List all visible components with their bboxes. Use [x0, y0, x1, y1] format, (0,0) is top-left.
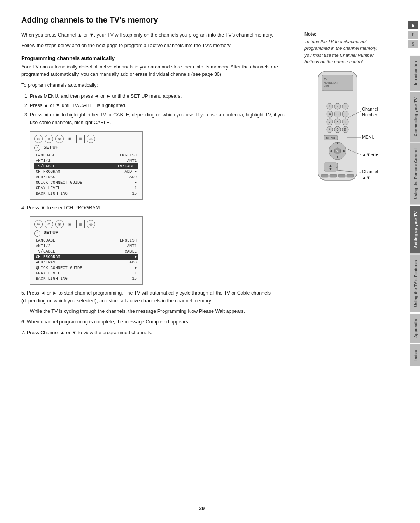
step-1: Press MENU, and then press ◄ or ► until …: [30, 92, 293, 100]
menu-screenshot-1: ⊕ ⊗ ◉ ▣ ▦ ◎ ⌂ SET UP LANGUAGE ENGLISH: [30, 131, 143, 200]
remote-illustration: TV MOBILE/SAT VCR 1 2 3 4: [304, 69, 380, 203]
section1-title: Programming channels automatically: [21, 55, 293, 61]
menu1-row-1-right: ANT1: [127, 158, 137, 163]
menu-icons-row-2: ⊕ ⊗ ◉ ▣ ▦ ◎: [34, 220, 138, 228]
tab-features[interactable]: Using the TV's Features: [410, 254, 420, 312]
svg-text:►: ►: [343, 149, 346, 153]
svg-text:TV: TV: [324, 78, 327, 81]
svg-rect-43: [330, 174, 337, 177]
svg-text:1: 1: [329, 104, 331, 108]
step-6: 6. When channel programming is complete,…: [21, 318, 293, 326]
indicator-s: S: [408, 40, 418, 48]
menu2-icon-5: ▦: [76, 220, 85, 228]
menu-icon-4: ▣: [66, 135, 74, 143]
svg-text:4: 4: [329, 112, 331, 116]
right-column: Note: To tune the TV to a channel not pr…: [304, 32, 380, 340]
svg-rect-45: [347, 174, 354, 177]
intro-paragraph-2: Follow the steps below and on the next p…: [21, 42, 293, 49]
menu2-row-5: QUICK CONNECT GUIDE ►: [34, 265, 138, 270]
menu1-row-7: BACK LIGHTING 15: [34, 191, 138, 196]
svg-text:CH: CH: [336, 165, 340, 168]
indicator-f: F: [408, 31, 418, 39]
sidebar-tabs: E F S Introduction Connecting your TV Us…: [404, 0, 420, 523]
page-title: Adding channels to the TV's memory: [21, 16, 380, 25]
svg-text:MENU: MENU: [326, 136, 335, 140]
svg-text:VCR: VCR: [324, 85, 329, 87]
menu1-row-5-right: ►: [135, 180, 137, 185]
channel-updown-label: Channel ▲▼: [362, 169, 383, 181]
menu2-row-7: BACK LIGHTING 15: [34, 276, 138, 281]
menu2-title: SET UP: [44, 230, 58, 235]
menu1-row-1-left: ANT1/2: [36, 158, 51, 163]
page-number: 29: [199, 505, 205, 511]
menu1-row-1: ANT1/2 ANT1: [34, 158, 138, 163]
tab-introduction[interactable]: Introduction: [410, 56, 420, 91]
svg-text:▼: ▼: [336, 154, 340, 159]
menu2-row-4: ADD/ERASE ADD: [34, 260, 138, 265]
step-5: 5. Press ◄ or ► to start channel program…: [21, 290, 293, 305]
menu1-row-6-left: GRAY LEVEL: [36, 186, 60, 190]
navigation-tabs[interactable]: Introduction Connecting your TV Using th…: [404, 48, 420, 366]
svg-text:▲: ▲: [329, 163, 332, 167]
menu2-home-icon: ⌂: [34, 230, 40, 237]
svg-text:3: 3: [344, 104, 346, 108]
tab-remote-control[interactable]: Using the Remote Control: [410, 143, 420, 205]
menu-icon-3: ◉: [55, 135, 64, 143]
menu2-icon-3: ◉: [55, 220, 64, 228]
svg-text:MOBILE/SAT: MOBILE/SAT: [324, 82, 338, 84]
menu2-row-6: GRAY LEVEL 1: [34, 270, 138, 276]
menu1-row-7-left: BACK LIGHTING: [36, 191, 68, 196]
to-program-label: To program channels automatically:: [21, 82, 293, 89]
svg-text:7: 7: [329, 120, 331, 124]
tab-setting-up[interactable]: Setting up your TV: [410, 206, 420, 253]
menu1-row-3: CH PROGRAM ADD ►: [34, 169, 138, 174]
menu2-row-1: ANT1/2 ANT1: [34, 243, 138, 249]
menu1-row-0: LANGUAGE ENGLISH: [34, 153, 138, 158]
menu2-row-3-highlighted: CH PROGRAM ►: [34, 254, 138, 260]
svg-text:⊞: ⊞: [344, 128, 347, 132]
section1-body: Your TV can automatically detect all act…: [21, 63, 293, 79]
menu1-row-2-highlighted: TV/CABLE TV/CABLE: [34, 163, 138, 169]
menu1-row-6: GRAY LEVEL 1: [34, 185, 138, 191]
tab-connecting[interactable]: Connecting your TV: [410, 92, 420, 142]
intro-paragraph-1: When you press Channel ▲ or ▼, your TV w…: [21, 32, 293, 39]
step-3: Press ◄ or ► to highlight either TV or C…: [30, 111, 293, 126]
menu1-row-0-left: LANGUAGE: [36, 153, 55, 158]
menu-screenshot-2: ⊕ ⊗ ◉ ▣ ▦ ◎ ⌂ SET UP LANGUAGE ENGLISH: [30, 216, 143, 285]
svg-text:▼: ▼: [329, 167, 332, 171]
menu1-row-4: ADD/ERASE ADD: [34, 174, 138, 180]
menu2-row-0: LANGUAGE ENGLISH: [34, 238, 138, 243]
menu1-row-4-right: ADD: [130, 175, 137, 179]
tab-appendix[interactable]: Appendix: [410, 314, 420, 343]
svg-text:0: 0: [336, 128, 338, 132]
menu1-row-3-left: CH PROGRAM: [36, 169, 60, 174]
menu2-icon-6: ◎: [87, 220, 95, 228]
note-box: Note: To tune the TV to a channel not pr…: [304, 32, 380, 65]
menu-icons-row-1: ⊕ ⊗ ◉ ▣ ▦ ◎: [34, 135, 138, 143]
channel-number-label: Channel Number: [362, 106, 383, 118]
menu1-row-5: QUICK CONNECT GUIDE ►: [34, 180, 138, 185]
efs-indicators: E F S: [404, 0, 420, 48]
svg-text:*: *: [329, 128, 331, 132]
menu2-icon-4: ▣: [66, 220, 74, 228]
step-7: 7. Press Channel ▲ or ▼ to view the prog…: [21, 329, 293, 337]
svg-text:6: 6: [344, 112, 346, 116]
menu1-row-6-right: 1: [135, 186, 137, 190]
menu1-row-5-left: QUICK CONNECT GUIDE: [36, 180, 82, 185]
step-4: 4. Press ▼ to select CH PROGRAM.: [21, 204, 293, 212]
tab-index[interactable]: Index: [410, 344, 420, 366]
nav-arrows-label: ▲▼◄►: [362, 152, 379, 157]
menu-label: MENU: [362, 135, 374, 139]
svg-text:8: 8: [336, 120, 338, 124]
note-title: Note:: [304, 32, 380, 37]
menu-home-icon: ⌂: [34, 145, 40, 151]
remote-svg: TV MOBILE/SAT VCR 1 2 3 4: [304, 69, 371, 202]
menu2-row-2: TV/CABLE CABLE: [34, 249, 138, 254]
svg-rect-44: [338, 174, 345, 177]
step-2: Press ▲ or ▼ until TV/CABLE is highlight…: [30, 102, 293, 109]
menu-icon-1: ⊕: [34, 135, 43, 143]
menu1-row-0-right: ENGLISH: [120, 153, 137, 158]
menu1-row-4-left: ADD/ERASE: [36, 175, 58, 179]
svg-text:9: 9: [344, 120, 346, 124]
menu1-row-2-left: TV/CABLE: [36, 164, 55, 168]
